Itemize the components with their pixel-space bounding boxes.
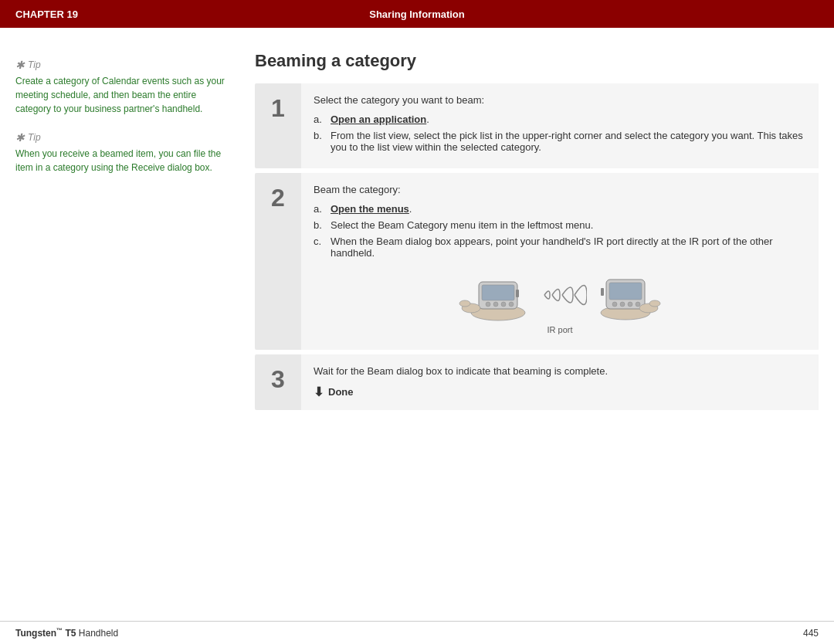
step-2-intro: Beam the category: bbox=[314, 184, 806, 195]
tip-block-1: ✱ Tip Create a category of Calendar even… bbox=[15, 59, 232, 116]
svg-rect-7 bbox=[516, 290, 519, 297]
sidebar: ✱ Tip Create a category of Calendar even… bbox=[15, 51, 247, 613]
ir-drawing bbox=[456, 268, 664, 322]
step-2-number: 2 bbox=[255, 173, 301, 350]
page-header: CHAPTER 19 Sharing Information bbox=[0, 0, 834, 28]
tip-text-1: Create a category of Calendar events suc… bbox=[15, 74, 232, 116]
palm-right-device-icon bbox=[587, 268, 664, 322]
main-content: ✱ Tip Create a category of Calendar even… bbox=[0, 28, 834, 621]
footer-brand: Tungsten™ T5 Handheld bbox=[15, 627, 118, 639]
step-1-content: Select the category you want to beam: a.… bbox=[301, 83, 819, 168]
step-1: 1 Select the category you want to beam: … bbox=[255, 83, 819, 168]
step-1-sub-b: b. From the list view, select the pick l… bbox=[314, 130, 806, 153]
tip-text-2: When you receive a beamed item, you can … bbox=[15, 147, 232, 175]
done-arrow-icon: ⬇ bbox=[314, 385, 324, 399]
step-2-sub-b-text: Select the Beam Category menu item in th… bbox=[331, 219, 593, 231]
step-1-intro: Select the category you want to beam: bbox=[314, 94, 806, 106]
done-label: Done bbox=[328, 386, 354, 398]
svg-rect-2 bbox=[482, 285, 514, 300]
ir-waves-icon bbox=[541, 272, 587, 318]
page-footer: Tungsten™ T5 Handheld 445 bbox=[0, 621, 834, 644]
tip-asterisk-1: ✱ bbox=[15, 59, 25, 71]
svg-point-3 bbox=[486, 302, 490, 307]
step-1-sub-b-text: From the list view, select the pick list… bbox=[331, 130, 806, 153]
svg-point-9 bbox=[459, 300, 470, 307]
ir-caption: IR port bbox=[547, 325, 572, 334]
step-1-sub-b-label: b. bbox=[314, 130, 326, 153]
svg-point-15 bbox=[628, 302, 632, 307]
page-title: Beaming a category bbox=[255, 51, 819, 71]
step-1-sub-a-text: Open an application. bbox=[331, 114, 429, 125]
ir-illustration: IR port bbox=[314, 268, 806, 334]
step-3: 3 Wait for the Beam dialog box to indica… bbox=[255, 354, 819, 410]
step-2-sub-a-text: Open the menus. bbox=[331, 203, 412, 215]
content-area: Beaming a category 1 Select the category… bbox=[247, 51, 819, 613]
step-3-intro: Wait for the Beam dialog box to indicate… bbox=[314, 365, 806, 377]
step-3-number: 3 bbox=[255, 354, 301, 410]
step-2-sub-c-text: When the Beam dialog box appears, point … bbox=[331, 236, 806, 259]
step-1-sub-a-label: a. bbox=[314, 114, 326, 125]
step-3-content: Wait for the Beam dialog box to indicate… bbox=[301, 354, 819, 410]
svg-point-4 bbox=[493, 302, 498, 307]
tip-block-2: ✱ Tip When you receive a beamed item, yo… bbox=[15, 131, 232, 175]
step-1-number: 1 bbox=[255, 83, 301, 168]
footer-page-number: 445 bbox=[803, 628, 819, 639]
svg-point-16 bbox=[636, 302, 640, 307]
step-2-sub-b-label: b. bbox=[314, 219, 326, 231]
step-2: 2 Beam the category: a. Open the menus. … bbox=[255, 173, 819, 350]
svg-point-19 bbox=[649, 300, 660, 307]
tip-asterisk-2: ✱ bbox=[15, 131, 25, 144]
svg-point-5 bbox=[501, 302, 506, 307]
step-1-sub-a: a. Open an application. bbox=[314, 114, 806, 125]
svg-rect-17 bbox=[601, 288, 604, 296]
done-row: ⬇ Done bbox=[314, 385, 806, 399]
step-2-sub-c: c. When the Beam dialog box appears, poi… bbox=[314, 236, 806, 259]
tip-label-2: ✱ Tip bbox=[15, 131, 232, 144]
palm-left-device-icon bbox=[456, 268, 541, 322]
svg-point-13 bbox=[612, 302, 617, 307]
svg-point-14 bbox=[620, 302, 625, 307]
step-2-sub-a-label: a. bbox=[314, 203, 326, 215]
step-2-sub-b: b. Select the Beam Category menu item in… bbox=[314, 219, 806, 231]
tip-label-1: ✱ Tip bbox=[15, 59, 232, 71]
svg-point-6 bbox=[509, 302, 514, 307]
step-2-sub-a: a. Open the menus. bbox=[314, 203, 806, 215]
step-2-content: Beam the category: a. Open the menus. b.… bbox=[301, 173, 819, 350]
svg-rect-12 bbox=[609, 283, 642, 300]
step-2-sub-c-label: c. bbox=[314, 236, 326, 259]
section-title-header: Sharing Information bbox=[15, 8, 819, 20]
